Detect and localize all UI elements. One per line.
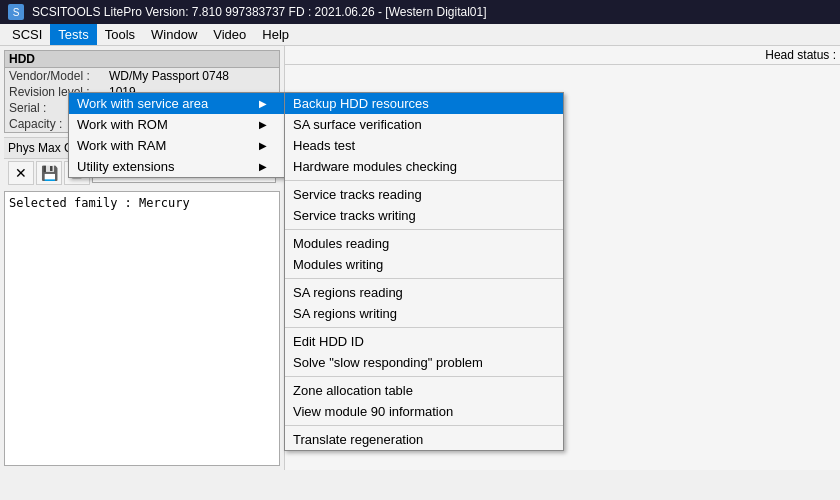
submenu-modules-write[interactable]: Modules writing [285, 254, 563, 275]
tests-menu-work-service-area-label: Work with service area [77, 96, 208, 111]
menu-video[interactable]: Video [205, 24, 254, 45]
tests-menu-work-ram-label: Work with RAM [77, 138, 166, 153]
submenu-svc-tracks-read[interactable]: Service tracks reading [285, 184, 563, 205]
hdd-section-title: HDD [5, 51, 279, 68]
submenu-hw-modules[interactable]: Hardware modules checking [285, 156, 563, 177]
menu-tools[interactable]: Tools [97, 24, 143, 45]
head-status-label: Head status : [765, 48, 836, 62]
menu-scsi[interactable]: SCSI [4, 24, 50, 45]
vendor-row: Vendor/Model : WD/My Passport 0748 [5, 68, 279, 84]
tests-menu-utility-ext[interactable]: Utility extensions ▶ [69, 156, 287, 177]
submenu-edit-hdd-id[interactable]: Edit HDD ID [285, 331, 563, 352]
service-area-submenu: Backup HDD resources SA surface verifica… [284, 92, 564, 451]
submenu-translate-regen[interactable]: Translate regeneration [285, 429, 563, 450]
vendor-value: WD/My Passport 0748 [109, 69, 229, 83]
title-bar: S SCSITOOLS LitePro Version: 7.810 99738… [0, 0, 840, 24]
tests-menu-utility-ext-label: Utility extensions [77, 159, 175, 174]
tests-menu: Work with service area ▶ Work with ROM ▶… [68, 92, 288, 178]
submenu-heads-test[interactable]: Heads test [285, 135, 563, 156]
submenu-arrow-rom: ▶ [259, 119, 267, 130]
submenu-sa-regions-write[interactable]: SA regions writing [285, 303, 563, 324]
tests-menu-work-service-area[interactable]: Work with service area ▶ [69, 93, 287, 114]
menu-bar: SCSI Tests Tools Window Video Help [0, 24, 840, 46]
submenu-sa-surface[interactable]: SA surface verification [285, 114, 563, 135]
submenu-arrow-ram: ▶ [259, 140, 267, 151]
submenu-arrow-utility: ▶ [259, 161, 267, 172]
submenu-sa-regions-read[interactable]: SA regions reading [285, 282, 563, 303]
right-status: Head status : [285, 46, 840, 65]
title-text: SCSITOOLS LitePro Version: 7.810 9973837… [32, 5, 487, 19]
submenu-sep-6 [285, 425, 563, 426]
menu-help[interactable]: Help [254, 24, 297, 45]
app-icon-letter: S [13, 7, 20, 18]
main-content: HDD Vendor/Model : WD/My Passport 0748 R… [0, 46, 840, 470]
tests-menu-work-ram[interactable]: Work with RAM ▶ [69, 135, 287, 156]
menu-window[interactable]: Window [143, 24, 205, 45]
submenu-sep-1 [285, 180, 563, 181]
console-area: Selected family : Mercury [4, 191, 280, 466]
submenu-zone-alloc[interactable]: Zone allocation table [285, 380, 563, 401]
tests-menu-work-rom-label: Work with ROM [77, 117, 168, 132]
submenu-sep-4 [285, 327, 563, 328]
submenu-modules-read[interactable]: Modules reading [285, 233, 563, 254]
vendor-label: Vendor/Model : [9, 69, 109, 83]
submenu-sep-2 [285, 229, 563, 230]
submenu-sep-3 [285, 278, 563, 279]
submenu-svc-tracks-write[interactable]: Service tracks writing [285, 205, 563, 226]
submenu-view-module90[interactable]: View module 90 information [285, 401, 563, 422]
action-btn-x[interactable]: ✕ [8, 161, 34, 185]
submenu-backup-hdd[interactable]: Backup HDD resources [285, 93, 563, 114]
tests-menu-work-rom[interactable]: Work with ROM ▶ [69, 114, 287, 135]
app-icon: S [8, 4, 24, 20]
console-text: Selected family : Mercury [9, 196, 190, 210]
menu-tests[interactable]: Tests [50, 24, 96, 45]
submenu-sep-5 [285, 376, 563, 377]
action-btn-save[interactable]: 💾 [36, 161, 62, 185]
submenu-arrow-service: ▶ [259, 98, 267, 109]
submenu-solve-slow[interactable]: Solve "slow responding" problem [285, 352, 563, 373]
